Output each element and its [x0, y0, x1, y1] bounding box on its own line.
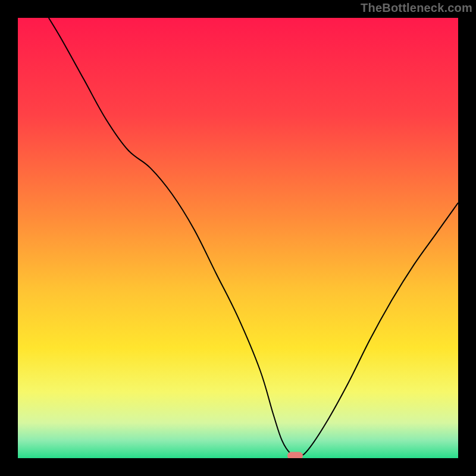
chart-frame: TheBottleneck.com	[0, 0, 476, 476]
gradient-background	[18, 18, 458, 458]
plot-area	[18, 18, 458, 458]
plot-svg	[18, 18, 458, 458]
attribution-label: TheBottleneck.com	[361, 1, 472, 15]
